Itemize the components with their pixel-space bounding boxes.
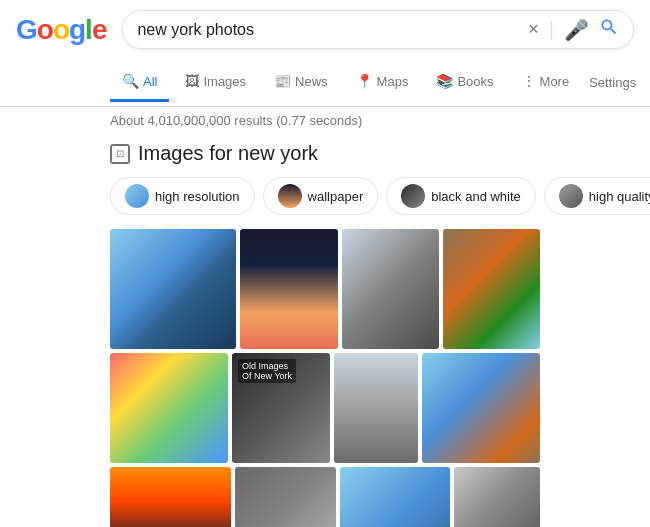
image-row-2: Old ImagesOf New York: [110, 353, 540, 463]
settings-link[interactable]: Settings: [585, 65, 640, 100]
search-submit-icon[interactable]: [599, 17, 619, 42]
search-input[interactable]: [137, 21, 520, 39]
image-8[interactable]: [422, 353, 540, 463]
filter-thumb-4: [559, 184, 583, 208]
images-section-icon: ⊡: [110, 144, 130, 164]
images-header: ⊡ Images for new york: [110, 142, 540, 165]
filter-thumb-2: [278, 184, 302, 208]
google-logo: Google: [16, 14, 106, 46]
more-dots-icon: ⋮: [522, 73, 536, 89]
tab-all[interactable]: 🔍 All: [110, 63, 169, 102]
tab-more[interactable]: ⋮ More: [510, 63, 582, 102]
results-info: About 4,010,000,000 results (0.77 second…: [0, 107, 650, 134]
image-4[interactable]: [443, 229, 540, 349]
filter-thumb-3: [401, 184, 425, 208]
news-icon: 📰: [274, 73, 291, 89]
image-overlay-label: Old ImagesOf New York: [238, 359, 296, 383]
images-icon: 🖼: [185, 73, 199, 89]
maps-icon: 📍: [356, 73, 373, 89]
tab-books[interactable]: 📚 Books: [424, 63, 505, 102]
tab-images[interactable]: 🖼 Images: [173, 63, 258, 102]
mic-icon[interactable]: 🎤: [564, 18, 589, 42]
search-bar: × | 🎤: [122, 10, 634, 49]
image-5[interactable]: [110, 353, 228, 463]
tab-news-label: News: [295, 74, 328, 89]
tab-maps-label: Maps: [377, 74, 409, 89]
image-7[interactable]: [334, 353, 418, 463]
filter-black-white[interactable]: black and white: [386, 177, 536, 215]
image-10[interactable]: [235, 467, 336, 527]
tab-all-label: All: [143, 74, 157, 89]
filter-thumb-1: [125, 184, 149, 208]
images-section-title: Images for new york: [138, 142, 318, 165]
nav-tabs: 🔍 All 🖼 Images 📰 News 📍 Maps 📚 Books ⋮ M…: [0, 59, 650, 107]
image-11[interactable]: [340, 467, 451, 527]
filter-label-3: black and white: [431, 189, 521, 204]
header: Google × | 🎤: [0, 0, 650, 59]
divider: |: [549, 18, 554, 41]
filter-label-2: wallpaper: [308, 189, 364, 204]
tab-news[interactable]: 📰 News: [262, 63, 340, 102]
image-9[interactable]: [110, 467, 231, 527]
settings-tools: Settings Tools: [585, 65, 650, 100]
search-bar-icons: × | 🎤: [528, 17, 619, 42]
tab-books-label: Books: [457, 74, 493, 89]
image-row-1: [110, 229, 540, 349]
tab-maps[interactable]: 📍 Maps: [344, 63, 421, 102]
filter-label-1: high resolution: [155, 189, 240, 204]
clear-icon[interactable]: ×: [528, 19, 539, 40]
tab-more-label: More: [540, 74, 570, 89]
filter-high-quality[interactable]: high quality: [544, 177, 650, 215]
image-row-3: [110, 467, 540, 527]
image-3[interactable]: [342, 229, 439, 349]
image-12[interactable]: [454, 467, 540, 527]
tab-images-label: Images: [203, 74, 246, 89]
filter-label-4: high quality: [589, 189, 650, 204]
filter-pills: high resolution wallpaper black and whit…: [110, 177, 540, 215]
books-icon: 📚: [436, 73, 453, 89]
image-2[interactable]: [240, 229, 337, 349]
filter-wallpaper[interactable]: wallpaper: [263, 177, 379, 215]
all-icon: 🔍: [122, 73, 139, 89]
images-section: ⊡ Images for new york high resolution wa…: [0, 134, 650, 527]
image-6[interactable]: Old ImagesOf New York: [232, 353, 330, 463]
image-1[interactable]: [110, 229, 236, 349]
filter-high-resolution[interactable]: high resolution: [110, 177, 255, 215]
